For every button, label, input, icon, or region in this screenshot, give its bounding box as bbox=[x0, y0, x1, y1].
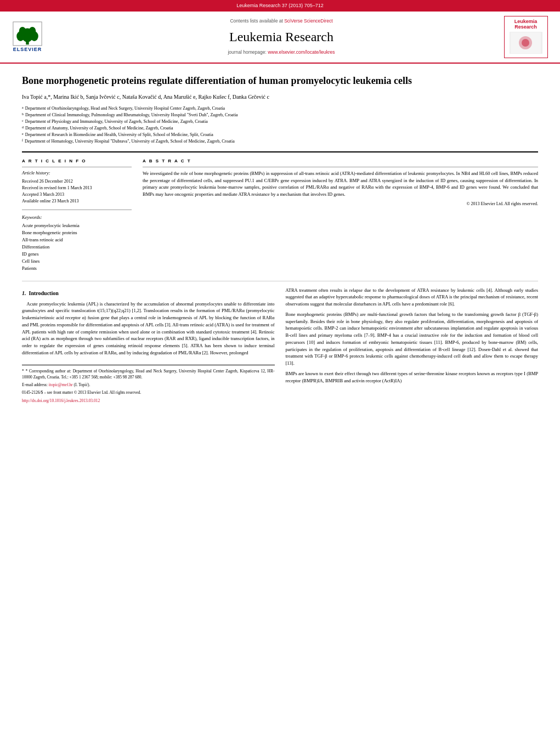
divider-2 bbox=[22, 281, 538, 281]
affil-c-text: Department of Physiology and Immunology,… bbox=[25, 118, 208, 125]
affil-c: c Department of Physiology and Immunolog… bbox=[22, 118, 538, 125]
kw-6: Cell lines bbox=[22, 258, 132, 265]
footnote-doi: http://dx.doi.org/10.1016/j.leukres.2013… bbox=[22, 398, 275, 404]
kw-5: ID genes bbox=[22, 251, 132, 258]
kw-2: Bone morphogenetic proteins bbox=[22, 230, 132, 236]
kw-1: Acute promyelocytic leukemia bbox=[22, 223, 132, 229]
footnote-corresponding-text: * Corresponding author at: Department of… bbox=[22, 369, 275, 380]
col-divider bbox=[22, 167, 132, 167]
history-heading: Article history: bbox=[22, 170, 132, 177]
affil-e: e Department of Research in Biomedicine … bbox=[22, 132, 538, 138]
svg-point-4 bbox=[19, 26, 26, 35]
journal-center: Contents lists available at SciVerse Sci… bbox=[66, 16, 497, 59]
footnote-doi-link[interactable]: http://dx.doi.org/10.1016/j.leukres.2013… bbox=[22, 398, 100, 403]
sciverse-line: Contents lists available at SciVerse Sci… bbox=[230, 18, 332, 25]
section-title: Introduction bbox=[29, 290, 59, 296]
kw-3: All-trans retinoic acid bbox=[22, 237, 132, 244]
intro-heading: 1. Introduction bbox=[22, 289, 275, 297]
history-revised: Received in revised form 1 March 2013 bbox=[22, 185, 132, 191]
footnotes: * * Corresponding author at: Department … bbox=[22, 365, 275, 404]
journal-logo-inner: Leukemia Research bbox=[504, 16, 548, 59]
footnote-email-person: (I. Topić). bbox=[73, 382, 90, 387]
kw-7: Patients bbox=[22, 265, 132, 272]
affil-d: d Department of Anatomy, University of Z… bbox=[22, 125, 538, 132]
intro-para-right-3: BMPs are known to exert their effect thr… bbox=[286, 370, 539, 384]
body-col-left: 1. Introduction Acute promyelocytic leuk… bbox=[22, 287, 275, 405]
citation-text: Leukemia Research 37 (2013) 705–712 bbox=[236, 3, 324, 8]
journal-title: Leukemia Research bbox=[229, 28, 333, 47]
history-accepted: Accepted 3 March 2013 bbox=[22, 191, 132, 197]
footnote-corresponding: * * Corresponding author at: Department … bbox=[22, 368, 275, 381]
authors: Iva Topić a,*, Marina Ikić b, Sanja Ivče… bbox=[22, 93, 538, 101]
affil-a-text: Department of Otorhinolaryngology, Head … bbox=[25, 105, 225, 112]
svg-point-5 bbox=[29, 26, 36, 35]
history-online: Available online 23 March 2013 bbox=[22, 198, 132, 204]
article-history: Article history: Received 26 December 20… bbox=[22, 170, 132, 205]
footnote-issn-text: 0145-2126/$ – see front matter © 2013 El… bbox=[22, 390, 141, 395]
logo-title: Leukemia bbox=[507, 19, 545, 25]
intro-para-1: Acute promyelocytic leukemia (APL) is ch… bbox=[22, 301, 275, 357]
article-info-col: A R T I C L E I N F O Article history: R… bbox=[22, 158, 132, 273]
homepage-line: journal homepage: www.elsevier.com/locat… bbox=[228, 49, 335, 56]
intro-para-right-1: ATRA treatment often results in relapse … bbox=[286, 287, 539, 308]
abstract-col: A B S T R A C T We investigated the role… bbox=[143, 158, 538, 273]
abstract-divider bbox=[143, 167, 538, 167]
affil-f: f Department of Hematology, University H… bbox=[22, 138, 538, 145]
journal-logo-box: Leukemia Research bbox=[502, 16, 549, 59]
affil-b: b Department of Clinical Immunology, Pul… bbox=[22, 112, 538, 118]
affil-e-text: Department of Research in Biomedicine an… bbox=[25, 132, 213, 138]
sciverse-link[interactable]: SciVerse ScienceDirect bbox=[284, 18, 332, 24]
elsevier-logo: ELSEVIER bbox=[11, 16, 60, 59]
affil-d-text: Department of Anatomy, University of Zag… bbox=[25, 125, 173, 132]
keywords-divider bbox=[22, 210, 132, 210]
citation-bar: Leukemia Research 37 (2013) 705–712 bbox=[0, 0, 560, 12]
logo-image bbox=[510, 32, 542, 54]
copyright: © 2013 Elsevier Ltd. All rights reserved… bbox=[143, 201, 538, 207]
affil-b-text: Department of Clinical Immunology, Pulmo… bbox=[25, 112, 238, 118]
homepage-link[interactable]: www.elsevier.com/locate/leukres bbox=[268, 49, 335, 55]
affil-f-text: Department of Hematology, University Hos… bbox=[25, 138, 235, 145]
abstract-heading: A B S T R A C T bbox=[143, 158, 538, 164]
elsevier-text: ELSEVIER bbox=[13, 46, 42, 53]
section-num: 1. bbox=[22, 290, 26, 296]
article-title: Bone morphogenetic proteins regulate dif… bbox=[22, 75, 538, 87]
authors-text: Iva Topić a,*, Marina Ikić b, Sanja Ivče… bbox=[22, 94, 269, 100]
abstract-text: We investigated the role of bone morphog… bbox=[143, 170, 538, 198]
kw-4: Differentiation bbox=[22, 244, 132, 251]
elsevier-tree-icon bbox=[11, 21, 44, 46]
affiliations: a Department of Otorhinolaryngology, Hea… bbox=[22, 105, 538, 145]
body-columns: 1. Introduction Acute promyelocytic leuk… bbox=[22, 287, 538, 405]
main-content: Bone morphogenetic proteins regulate dif… bbox=[0, 64, 560, 416]
journal-header: ELSEVIER Contents lists available at Sci… bbox=[0, 12, 560, 64]
intro-para-right-2: Bone morphogenetic proteins (BMPs) are m… bbox=[286, 311, 539, 367]
keywords-title: Keywords: bbox=[22, 214, 132, 221]
page: Leukemia Research 37 (2013) 705–712 ELSE… bbox=[0, 0, 560, 741]
body-col-right: ATRA treatment often results in relapse … bbox=[286, 287, 539, 405]
history-received: Received 26 December 2012 bbox=[22, 178, 132, 184]
article-info-abstract: A R T I C L E I N F O Article history: R… bbox=[22, 158, 538, 273]
footnote-email: E-mail address: itopic@mef.hr (I. Topić)… bbox=[22, 382, 275, 388]
keywords-section: Keywords: Acute promyelocytic leukemia B… bbox=[22, 214, 132, 271]
divider-1 bbox=[22, 151, 538, 152]
affil-a: a Department of Otorhinolaryngology, Hea… bbox=[22, 105, 538, 112]
footnote-email-label: E-mail address: bbox=[22, 382, 48, 387]
footnote-email-link[interactable]: itopic@mef.hr bbox=[49, 382, 73, 387]
article-info-heading: A R T I C L E I N F O bbox=[22, 158, 132, 164]
footnote-issn: 0145-2126/$ – see front matter © 2013 El… bbox=[22, 389, 275, 395]
logo-subtitle: Research bbox=[507, 24, 545, 30]
svg-point-9 bbox=[522, 39, 529, 47]
